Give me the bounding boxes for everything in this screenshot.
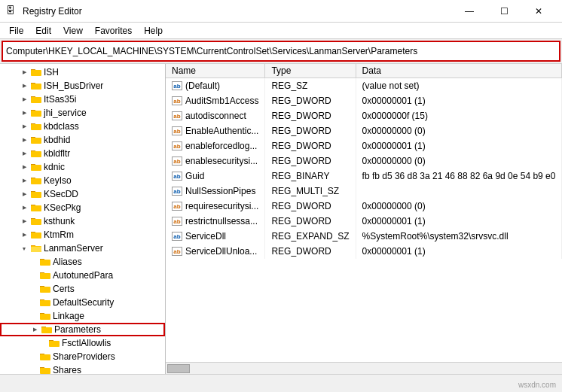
tree-item[interactable]: ▼LanmanServer xyxy=(0,242,165,255)
cell-name: ab autodisconnect xyxy=(166,108,265,123)
menu-help[interactable]: Help xyxy=(138,24,169,38)
table-header: Name Type Data xyxy=(166,64,562,78)
minimize-button[interactable]: — xyxy=(452,0,487,23)
tree-arrow-icon[interactable]: ▶ xyxy=(18,66,30,78)
close-button[interactable]: ✕ xyxy=(521,0,556,23)
tree-arrow-icon[interactable] xyxy=(27,283,39,295)
h-scroll-track[interactable] xyxy=(166,363,562,374)
svg-rect-15 xyxy=(31,165,41,171)
table-row[interactable]: ab enablesecuritysi...REG_DWORD0x0000000… xyxy=(166,153,562,169)
cell-name: ab ServiceDllUnloa... xyxy=(166,244,265,259)
table-row[interactable]: ab enableforcedlog...REG_DWORD0x00000001… xyxy=(166,138,562,153)
cell-data: 0x00000001 (1) xyxy=(356,93,562,108)
tree-item[interactable]: ▶jhi_service xyxy=(0,106,165,120)
tree-arrow-icon[interactable]: ▶ xyxy=(18,202,30,214)
tree-item[interactable]: ▶KtmRm xyxy=(0,228,165,242)
tree-arrow-icon[interactable] xyxy=(27,364,39,374)
tree-item[interactable]: ▶ksthunk xyxy=(0,214,165,228)
tree-item[interactable]: FsctlAllowlis xyxy=(0,336,165,350)
tree-arrow-icon[interactable] xyxy=(36,337,48,349)
tree-arrow-icon[interactable]: ▶ xyxy=(18,215,30,227)
tree-item[interactable]: ▶KSecDD xyxy=(0,187,165,201)
table-row[interactable]: ab autodisconnectREG_DWORD0x0000000f (15… xyxy=(166,108,562,123)
cell-name: ab AuditSmb1Access xyxy=(166,93,265,108)
tree-item[interactable]: ShareProviders xyxy=(0,350,165,363)
tree-arrow-icon[interactable]: ▶ xyxy=(18,229,30,241)
tree-arrow-icon[interactable]: ▶ xyxy=(18,175,30,187)
tree-arrow-icon[interactable]: ▶ xyxy=(18,80,30,92)
tree-arrow-icon[interactable]: ▶ xyxy=(18,188,30,200)
tree-arrow-icon[interactable]: ▶ xyxy=(18,134,30,146)
tree-item-label: LanmanServer xyxy=(44,243,103,254)
menu-favorites[interactable]: Favorites xyxy=(89,24,138,38)
folder-icon xyxy=(30,242,42,254)
table-row[interactable]: ab ServiceDllREG_EXPAND_SZ%SystemRoot%\s… xyxy=(166,229,562,244)
registry-table-scroll[interactable]: Name Type Data ab (Default)REG_SZ(value … xyxy=(166,64,562,362)
tree-item[interactable]: ▶kbldfltr xyxy=(0,147,165,160)
tree-item[interactable]: Shares xyxy=(0,363,165,374)
tree-panel[interactable]: ▶ISH▶ISH_BusDriver▶ItSas35i▶jhi_service▶… xyxy=(0,64,166,374)
cell-name: ab restrictnullsessa... xyxy=(166,214,265,229)
tree-arrow-icon[interactable] xyxy=(27,351,39,363)
tree-arrow-icon[interactable] xyxy=(27,269,39,281)
tree-item[interactable]: Aliases xyxy=(0,255,165,269)
svg-rect-1 xyxy=(31,70,41,76)
horizontal-scrollbar[interactable] xyxy=(166,362,562,374)
tree-item[interactable]: ▶kbdclass xyxy=(0,120,165,133)
svg-rect-17 xyxy=(31,178,41,184)
tree-item[interactable]: ▶kbdhid xyxy=(0,133,165,147)
table-row[interactable]: ab ServiceDllUnloa...REG_DWORD0x00000001… xyxy=(166,244,562,259)
tree-item[interactable]: ▶Parameters xyxy=(0,323,165,336)
tree-item[interactable]: AutotunedPara xyxy=(0,269,165,282)
table-row[interactable]: ab requiresecuritysi...REG_DWORD0x000000… xyxy=(166,199,562,214)
tree-item[interactable]: ▶ISH_BusDriver xyxy=(0,79,165,93)
tree-item[interactable]: ▶KeyIso xyxy=(0,174,165,187)
svg-rect-3 xyxy=(31,84,41,90)
tree-arrow-icon[interactable] xyxy=(27,296,39,308)
tree-item[interactable]: ▶kdnic xyxy=(0,160,165,174)
h-scroll-thumb[interactable] xyxy=(167,364,190,373)
col-data[interactable]: Data xyxy=(356,64,562,78)
cell-data: (value not set) xyxy=(356,78,562,93)
tree-arrow-icon[interactable]: ▼ xyxy=(18,242,30,254)
table-row[interactable]: ab restrictnullsessa...REG_DWORD0x000000… xyxy=(166,214,562,229)
tree-item-label: Linkage xyxy=(53,311,84,321)
tree-item[interactable]: DefaultSecurity xyxy=(0,296,165,309)
table-row[interactable]: ab AuditSmb1AccessREG_DWORD0x00000001 (1… xyxy=(166,93,562,108)
cell-data: 0x00000001 (1) xyxy=(356,244,562,259)
menu-view[interactable]: View xyxy=(57,24,89,38)
tree-item-label: Aliases xyxy=(53,257,82,267)
menu-file[interactable]: File xyxy=(3,24,29,38)
title-bar: 🗄 Registry Editor — ☐ ✕ xyxy=(0,0,562,23)
tree-arrow-icon[interactable]: ▶ xyxy=(18,120,30,132)
tree-item[interactable]: ▶KSecPkg xyxy=(0,201,165,214)
tree-item[interactable]: ▶ItSas35i xyxy=(0,93,165,106)
watermark: wsxdn.com xyxy=(518,381,556,389)
svg-rect-13 xyxy=(31,151,41,157)
tree-item[interactable]: Certs xyxy=(0,282,165,296)
tree-item-label: KeyIso xyxy=(44,175,72,186)
tree-arrow-icon[interactable] xyxy=(27,256,39,268)
tree-item[interactable]: ▶ISH xyxy=(0,65,165,79)
tree-arrow-icon[interactable]: ▶ xyxy=(18,93,30,105)
table-row[interactable]: ab NullSessionPipesREG_MULTI_SZ xyxy=(166,184,562,199)
col-name[interactable]: Name xyxy=(166,64,265,78)
table-row[interactable]: ab GuidREG_BINARYfb fb d5 36 d8 3a 21 46… xyxy=(166,169,562,184)
folder-icon xyxy=(30,80,42,92)
col-type[interactable]: Type xyxy=(265,64,356,78)
tree-arrow-icon[interactable]: ▶ xyxy=(18,107,30,119)
table-row[interactable]: ab (Default)REG_SZ(value not set) xyxy=(166,78,562,93)
folder-icon xyxy=(39,351,51,363)
table-row[interactable]: ab EnableAuthentic...REG_DWORD0x00000000… xyxy=(166,123,562,138)
svg-rect-19 xyxy=(31,192,41,198)
status-bar xyxy=(0,374,562,390)
address-input[interactable] xyxy=(6,46,556,56)
tree-arrow-icon[interactable]: ▶ xyxy=(29,324,41,336)
maximize-button[interactable]: ☐ xyxy=(487,0,521,23)
tree-item[interactable]: Linkage xyxy=(0,309,165,323)
tree-arrow-icon[interactable]: ▶ xyxy=(18,161,30,173)
tree-arrow-icon[interactable] xyxy=(27,310,39,322)
menu-edit[interactable]: Edit xyxy=(29,24,57,38)
cell-type: REG_BINARY xyxy=(265,169,356,184)
tree-arrow-icon[interactable]: ▶ xyxy=(18,147,30,160)
